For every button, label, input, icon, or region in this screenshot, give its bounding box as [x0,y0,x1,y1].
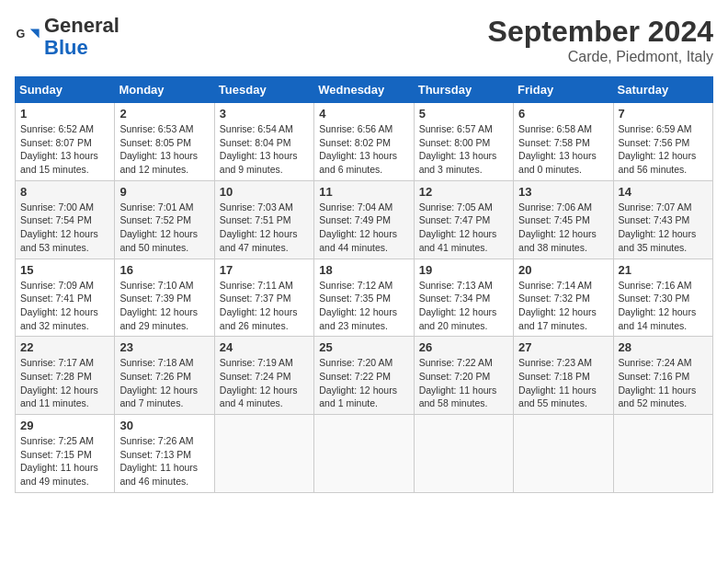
calendar-day-8: 8Sunrise: 7:00 AMSunset: 7:54 PMDaylight… [16,180,115,259]
day-number: 4 [319,107,408,121]
day-number: 20 [518,263,608,277]
day-number: 2 [119,107,209,121]
logo: G General Blue [15,15,119,59]
day-info: Sunrise: 7:04 AMSunset: 7:49 PMDaylight:… [319,201,408,255]
day-number: 29 [20,419,109,432]
calendar-day-23: 23Sunrise: 7:18 AMSunset: 7:26 PMDayligh… [115,337,214,415]
calendar-day-25: 25Sunrise: 7:20 AMSunset: 7:22 PMDayligh… [314,337,414,415]
calendar-day-16: 16Sunrise: 7:10 AMSunset: 7:39 PMDayligh… [115,259,214,337]
calendar-day-15: 15Sunrise: 7:09 AMSunset: 7:41 PMDayligh… [16,259,115,337]
calendar-day-30: 30Sunrise: 7:26 AMSunset: 7:13 PMDayligh… [115,415,214,493]
day-info: Sunrise: 7:10 AMSunset: 7:39 PMDaylight:… [119,279,209,333]
day-number: 17 [220,263,309,277]
day-number: 19 [419,263,508,277]
calendar-day-11: 11Sunrise: 7:04 AMSunset: 7:49 PMDayligh… [314,180,414,259]
day-info: Sunrise: 6:57 AMSunset: 8:00 PMDaylight:… [419,122,508,177]
calendar-day-10: 10Sunrise: 7:03 AMSunset: 7:51 PMDayligh… [214,180,313,259]
day-number: 28 [619,340,708,354]
calendar-week-4: 22Sunrise: 7:17 AMSunset: 7:28 PMDayligh… [16,337,713,415]
calendar-day-22: 22Sunrise: 7:17 AMSunset: 7:28 PMDayligh… [16,337,115,415]
empty-day [514,415,613,493]
calendar-day-17: 17Sunrise: 7:11 AMSunset: 7:37 PMDayligh… [214,259,313,337]
weekday-header-row: SundayMondayTuesdayWednesdayThursdayFrid… [16,77,713,103]
calendar-week-3: 15Sunrise: 7:09 AMSunset: 7:41 PMDayligh… [16,259,713,337]
calendar-week-1: 1Sunrise: 6:52 AMSunset: 8:07 PMDaylight… [16,103,713,181]
day-number: 15 [20,263,109,277]
day-info: Sunrise: 7:14 AMSunset: 7:32 PMDaylight:… [518,279,608,333]
day-number: 25 [319,340,408,354]
calendar-day-1: 1Sunrise: 6:52 AMSunset: 8:07 PMDaylight… [16,103,115,181]
day-number: 24 [220,340,309,354]
day-number: 30 [119,419,209,432]
calendar-day-7: 7Sunrise: 6:59 AMSunset: 7:56 PMDaylight… [613,103,712,181]
calendar-day-12: 12Sunrise: 7:05 AMSunset: 7:47 PMDayligh… [414,180,513,259]
day-number: 9 [119,185,209,199]
empty-day [613,415,712,493]
day-number: 13 [518,185,608,199]
weekday-header-thursday: Thursday [414,77,513,103]
day-number: 14 [619,185,708,199]
day-info: Sunrise: 7:11 AMSunset: 7:37 PMDaylight:… [220,279,309,333]
empty-day [214,415,313,493]
day-info: Sunrise: 7:09 AMSunset: 7:41 PMDaylight:… [20,279,109,333]
empty-day [414,415,513,493]
logo-line1: General [44,14,119,37]
day-number: 10 [220,185,309,199]
calendar-day-5: 5Sunrise: 6:57 AMSunset: 8:00 PMDaylight… [414,103,513,181]
calendar-day-20: 20Sunrise: 7:14 AMSunset: 7:32 PMDayligh… [514,259,613,337]
logo-text: General Blue [44,15,119,59]
day-info: Sunrise: 6:58 AMSunset: 7:58 PMDaylight:… [518,122,608,177]
day-info: Sunrise: 7:26 AMSunset: 7:13 PMDaylight:… [119,434,209,488]
calendar-day-4: 4Sunrise: 6:56 AMSunset: 8:02 PMDaylight… [314,103,414,181]
day-info: Sunrise: 7:07 AMSunset: 7:43 PMDaylight:… [619,201,708,255]
day-number: 26 [419,340,508,354]
day-info: Sunrise: 7:25 AMSunset: 7:15 PMDaylight:… [20,434,109,488]
day-info: Sunrise: 7:03 AMSunset: 7:51 PMDaylight:… [220,201,309,255]
day-info: Sunrise: 7:01 AMSunset: 7:52 PMDaylight:… [119,201,209,255]
weekday-header-friday: Friday [514,77,613,103]
calendar-day-6: 6Sunrise: 6:58 AMSunset: 7:58 PMDaylight… [514,103,613,181]
day-number: 8 [20,185,109,199]
day-info: Sunrise: 7:06 AMSunset: 7:45 PMDaylight:… [518,201,608,255]
day-number: 22 [20,340,109,354]
calendar-day-3: 3Sunrise: 6:54 AMSunset: 8:04 PMDaylight… [214,103,313,181]
day-number: 23 [119,340,209,354]
title-section: September 2024 Carde, Piedmont, Italy [488,15,713,65]
day-info: Sunrise: 7:16 AMSunset: 7:30 PMDaylight:… [619,279,708,333]
calendar-day-19: 19Sunrise: 7:13 AMSunset: 7:34 PMDayligh… [414,259,513,337]
day-number: 12 [419,185,508,199]
calendar-day-18: 18Sunrise: 7:12 AMSunset: 7:35 PMDayligh… [314,259,414,337]
calendar-day-27: 27Sunrise: 7:23 AMSunset: 7:18 PMDayligh… [514,337,613,415]
day-number: 3 [220,107,309,121]
day-info: Sunrise: 7:20 AMSunset: 7:22 PMDaylight:… [319,356,408,410]
day-info: Sunrise: 7:22 AMSunset: 7:20 PMDaylight:… [419,356,508,410]
day-info: Sunrise: 7:19 AMSunset: 7:24 PMDaylight:… [220,356,309,410]
day-info: Sunrise: 6:54 AMSunset: 8:04 PMDaylight:… [220,122,309,177]
day-number: 1 [20,107,109,121]
weekday-header-tuesday: Tuesday [214,77,313,103]
day-info: Sunrise: 6:52 AMSunset: 8:07 PMDaylight:… [20,122,109,177]
svg-marker-1 [30,29,40,39]
day-number: 18 [319,263,408,277]
day-info: Sunrise: 7:05 AMSunset: 7:47 PMDaylight:… [419,201,508,255]
day-info: Sunrise: 7:23 AMSunset: 7:18 PMDaylight:… [518,356,608,410]
location-subtitle: Carde, Piedmont, Italy [488,49,713,65]
weekday-header-sunday: Sunday [16,77,115,103]
day-info: Sunrise: 7:12 AMSunset: 7:35 PMDaylight:… [319,279,408,333]
calendar-day-28: 28Sunrise: 7:24 AMSunset: 7:16 PMDayligh… [613,337,712,415]
day-number: 16 [119,263,209,277]
calendar-table: SundayMondayTuesdayWednesdayThursdayFrid… [15,76,713,493]
calendar-day-21: 21Sunrise: 7:16 AMSunset: 7:30 PMDayligh… [613,259,712,337]
calendar-day-14: 14Sunrise: 7:07 AMSunset: 7:43 PMDayligh… [613,180,712,259]
month-year-title: September 2024 [488,15,713,49]
calendar-week-5: 29Sunrise: 7:25 AMSunset: 7:15 PMDayligh… [16,415,713,493]
day-info: Sunrise: 6:59 AMSunset: 7:56 PMDaylight:… [619,122,708,177]
day-number: 11 [319,185,408,199]
empty-day [314,415,414,493]
calendar-week-2: 8Sunrise: 7:00 AMSunset: 7:54 PMDaylight… [16,180,713,259]
day-number: 21 [619,263,708,277]
day-info: Sunrise: 7:00 AMSunset: 7:54 PMDaylight:… [20,201,109,255]
logo-icon: G [15,24,40,50]
day-info: Sunrise: 7:24 AMSunset: 7:16 PMDaylight:… [619,356,708,410]
day-number: 27 [518,340,608,354]
